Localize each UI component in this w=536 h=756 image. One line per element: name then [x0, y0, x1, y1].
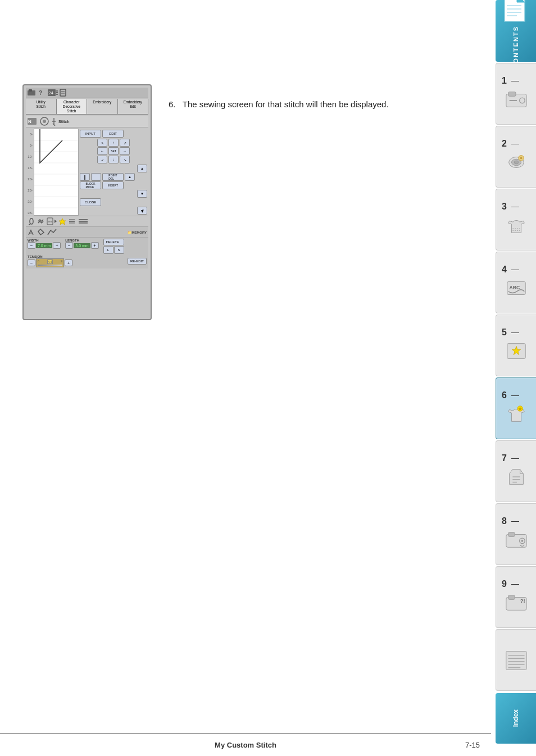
chapter-5-number: 5: [502, 327, 507, 338]
grid-canvas: [34, 129, 79, 216]
close-button[interactable]: CLOSE: [80, 198, 101, 206]
up-scroll-button[interactable]: ▲: [137, 165, 147, 172]
chapter-6-tab[interactable]: 6 —: [496, 377, 536, 439]
chapter-1-tab[interactable]: 1 —: [496, 63, 536, 125]
tension-plus-button[interactable]: +: [65, 259, 72, 266]
re-edit-button[interactable]: RE-EDIT: [128, 258, 147, 265]
chapter-4-icon: ABC: [504, 276, 529, 300]
down-scroll-button[interactable]: ▼: [137, 190, 147, 198]
chapter-7-icon: [504, 464, 529, 489]
point-delete-button[interactable]: POINTDEL: [102, 173, 124, 181]
dir-se-button[interactable]: ↘: [120, 156, 130, 163]
tension-minus-button[interactable]: −: [28, 259, 35, 266]
chapter-1-icon: [504, 87, 529, 112]
ls-l-button[interactable]: L: [103, 246, 113, 254]
grid-num-20: 20-: [26, 174, 34, 185]
chapter-4-number: 4: [502, 265, 507, 275]
svg-rect-31: [508, 595, 514, 600]
chapter-8-number: 8: [502, 516, 507, 526]
memory-button[interactable]: 📁MEMORY: [58, 230, 147, 234]
chapter-1-number: 1: [502, 76, 507, 86]
chapter-7-tab[interactable]: 7 —: [496, 440, 536, 502]
tension-slider[interactable]: 0 4.4 9: [36, 258, 64, 267]
footer: My Custom Stitch 7-15: [0, 734, 491, 756]
tab-embroidery-edit[interactable]: EmbroideryEdit: [118, 99, 149, 114]
pause-button[interactable]: ‖: [80, 173, 90, 181]
svg-line-76: [40, 229, 44, 233]
svg-point-29: [521, 540, 523, 542]
index-tab[interactable]: Index: [496, 693, 536, 744]
step-number: 6.: [169, 99, 176, 109]
instruction-text-content: The sewing screen for that stitch will t…: [183, 99, 389, 109]
svg-point-12: [514, 161, 519, 164]
delete-button[interactable]: DELETE: [103, 239, 124, 245]
instruction-area: 6. The sewing screen for that stitch wil…: [169, 98, 485, 111]
chapter-4-tab[interactable]: 4 — ABC: [496, 252, 536, 313]
contents-tab[interactable]: CONTENTS: [496, 0, 536, 62]
chapter-9-tab[interactable]: 9 — ?!: [496, 566, 536, 628]
svg-rect-33: [506, 652, 526, 670]
contents-icon: [503, 0, 528, 24]
chapter-5-icon: [504, 339, 529, 363]
input-button[interactable]: INPUT: [80, 130, 101, 138]
chapter-6-icon: [504, 402, 529, 426]
width-minus-button[interactable]: −: [28, 242, 35, 249]
dir-s-button[interactable]: ↓: [108, 156, 119, 163]
chapter-8-tab[interactable]: 8 —: [496, 503, 536, 565]
bottom2-icon-3: [47, 228, 57, 236]
dir-ne-button[interactable]: ↗: [120, 139, 130, 147]
svg-marker-67: [54, 220, 57, 223]
index-label: Index: [512, 709, 520, 727]
down-scroll-2-button[interactable]: ▼̈: [137, 207, 147, 215]
set-button[interactable]: SET: [108, 147, 119, 155]
chapter-3-icon: [504, 213, 529, 238]
dir-sw-button[interactable]: ↙: [97, 156, 107, 163]
chapter-3-tab[interactable]: 3 —: [496, 189, 536, 251]
footer-title: My Custom Stitch: [215, 741, 276, 749]
length-minus-button[interactable]: −: [65, 242, 73, 249]
tab-utility-stitch[interactable]: UtilityStitch: [26, 99, 57, 114]
bottom2-icon-1: [28, 228, 35, 236]
svg-text:≡≡: ≡≡: [48, 220, 52, 224]
contents-label: CONTENTS: [512, 26, 519, 62]
bottom-icon-4: [58, 217, 66, 225]
svg-rect-47: [60, 89, 66, 96]
length-plus-button[interactable]: +: [91, 242, 99, 249]
svg-rect-40: [29, 89, 32, 92]
dir-n-button[interactable]: ↑: [108, 139, 119, 147]
grid-num-5: 5-: [26, 140, 34, 151]
chapter-2-icon: [504, 150, 529, 175]
svg-text:ABC: ABC: [509, 285, 520, 290]
chapter-9-number: 9: [502, 579, 507, 589]
spacing-button[interactable]: [91, 173, 101, 181]
svg-line-64: [29, 224, 30, 225]
edit-button[interactable]: EDIT: [102, 130, 124, 138]
chapter-8-icon: [504, 527, 529, 552]
stitch-icon-2: [39, 117, 49, 126]
bottom-icon-2: [37, 217, 45, 225]
file-icon: [60, 89, 67, 97]
chapter-10-tab[interactable]: [496, 629, 536, 691]
tension-value: 4.4: [47, 259, 53, 264]
stitch-icon-1: N: [27, 117, 37, 126]
dir-nw-button[interactable]: ↖: [97, 139, 107, 147]
ls-s-button[interactable]: S: [114, 246, 124, 254]
tab-character-stitch[interactable]: CharacterDecorativeStitch: [57, 99, 88, 114]
dir-w-button[interactable]: ←: [97, 147, 107, 155]
svg-text:?!: ?!: [520, 598, 525, 604]
block-move-button[interactable]: BLOCKMOVE: [80, 181, 101, 189]
chapter-5-tab[interactable]: 5 —: [496, 315, 536, 376]
bottom-icon-6: [78, 217, 89, 225]
grid-num-15: 15-: [26, 162, 34, 174]
insert-button[interactable]: INSERT: [102, 181, 124, 189]
chapter-2-tab[interactable]: 2 —: [496, 126, 536, 188]
bottom-icon-3: ≡≡: [47, 217, 57, 225]
up-arrow-2-button[interactable]: ▲: [125, 173, 135, 181]
svg-rect-7: [508, 92, 515, 97]
grid-num-25: 25-: [26, 185, 34, 196]
svg-rect-0: [505, 0, 525, 21]
tab-embroidery[interactable]: Embroidery: [87, 99, 118, 114]
dir-e-button[interactable]: →: [120, 147, 130, 155]
width-plus-button[interactable]: +: [53, 242, 61, 249]
chapter-6-number: 6: [502, 390, 507, 400]
